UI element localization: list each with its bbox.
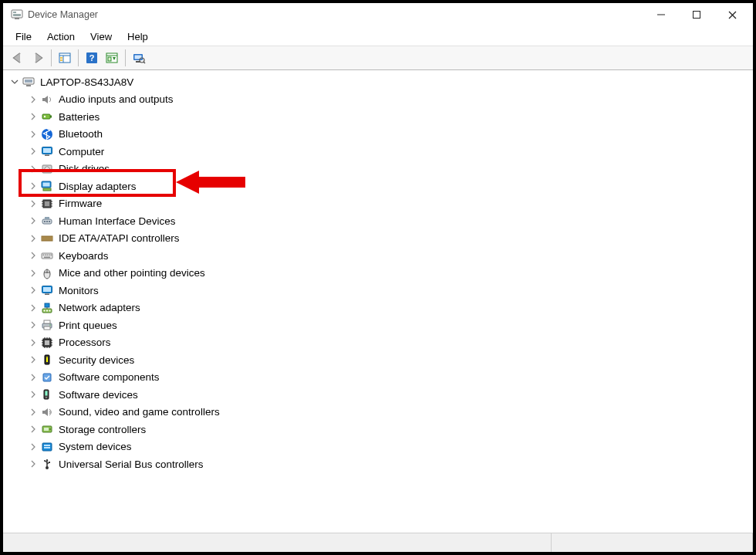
chevron-right-icon[interactable] — [28, 146, 39, 157]
chevron-right-icon[interactable] — [28, 354, 39, 365]
menu-view[interactable]: View — [83, 27, 120, 46]
hid-icon — [40, 214, 54, 228]
chevron-right-icon[interactable] — [28, 285, 39, 296]
chevron-right-icon[interactable] — [28, 181, 39, 191]
close-button[interactable] — [714, 3, 750, 26]
menu-file[interactable]: File — [8, 27, 39, 46]
chevron-right-icon[interactable] — [28, 215, 39, 226]
svg-rect-76 — [46, 310, 48, 311]
menubar: File Action View Help — [3, 27, 753, 46]
tree-item-software-component[interactable]: Software components — [9, 369, 753, 387]
chevron-down-icon[interactable] — [9, 76, 20, 87]
chevron-right-icon[interactable] — [28, 164, 39, 174]
keyboard-icon — [40, 249, 54, 262]
software-device-icon — [40, 387, 54, 401]
help-button[interactable]: ? — [82, 48, 102, 68]
tree-item-monitor[interactable]: Computer — [9, 143, 753, 161]
tree-item-display-adapter[interactable]: Display adapters — [9, 178, 753, 195]
tree-item-label: Sound, video and game controllers — [59, 406, 220, 418]
scan-hardware-button[interactable] — [129, 48, 149, 68]
tree-item-battery[interactable]: Batteries — [9, 108, 753, 126]
tree-item-label: Disk drives — [59, 163, 110, 174]
chevron-right-icon[interactable] — [28, 407, 39, 418]
chevron-right-icon[interactable] — [28, 459, 39, 469]
tree-item-system[interactable]: System devices — [9, 438, 753, 456]
tree-item-hid[interactable]: Human Interface Devices — [9, 212, 753, 230]
update-driver-button[interactable] — [102, 48, 122, 68]
software-component-icon — [40, 371, 54, 384]
tree-item-label: LAPTOP-8S43JA8V — [40, 76, 133, 88]
maximize-button[interactable] — [679, 3, 714, 26]
tree-item-label: Keyboards — [59, 250, 109, 262]
svg-rect-50 — [49, 221, 50, 222]
tree-item-label: Processors — [59, 337, 111, 348]
tree-root-node[interactable]: LAPTOP-8S43JA8V — [9, 73, 753, 91]
cpu-icon — [40, 336, 54, 350]
chevron-right-icon[interactable] — [28, 233, 39, 244]
chevron-right-icon[interactable] — [28, 250, 39, 261]
svg-point-102 — [46, 397, 47, 398]
tree-item-bluetooth[interactable]: Bluetooth — [9, 126, 753, 144]
chevron-right-icon[interactable] — [28, 337, 39, 348]
tree-item-security[interactable]: Security devices — [9, 351, 753, 369]
svg-rect-104 — [44, 428, 49, 431]
system-icon — [40, 440, 54, 454]
chip-icon — [40, 197, 54, 211]
tree-item-label: Print queues — [59, 320, 117, 331]
tree-item-network[interactable]: Network adapters — [9, 299, 753, 317]
svg-point-35 — [46, 168, 48, 170]
statusbar — [3, 533, 753, 552]
svg-rect-37 — [43, 183, 50, 187]
chevron-right-icon[interactable] — [28, 268, 39, 279]
chevron-right-icon[interactable] — [28, 129, 39, 140]
tree-item-mouse[interactable]: Mice and other pointing devices — [9, 265, 753, 283]
chevron-right-icon[interactable] — [28, 303, 39, 313]
svg-point-111 — [44, 460, 46, 462]
tree-item-keyboard[interactable]: Keyboards — [9, 247, 753, 265]
svg-rect-61 — [45, 255, 46, 256]
tree-item-monitor[interactable]: Monitors — [9, 282, 753, 299]
svg-rect-70 — [43, 287, 51, 292]
mouse-icon — [40, 266, 54, 280]
chevron-right-icon[interactable] — [28, 198, 39, 209]
tree-item-software-device[interactable]: Software devices — [9, 386, 753, 404]
chevron-right-icon[interactable] — [28, 424, 39, 435]
chevron-right-icon[interactable] — [28, 94, 39, 105]
chevron-right-icon[interactable] — [28, 442, 39, 452]
forward-button[interactable] — [28, 48, 48, 68]
svg-point-81 — [49, 324, 51, 326]
titlebar: Device Manager — [3, 3, 753, 27]
svg-line-22 — [143, 62, 145, 63]
tree-item-printer[interactable]: Print queues — [9, 316, 753, 334]
chevron-right-icon[interactable] — [28, 372, 39, 383]
speaker-icon — [40, 93, 54, 107]
tree-item-speaker[interactable]: Audio inputs and outputs — [9, 91, 753, 109]
svg-rect-5 — [694, 12, 700, 19]
back-button[interactable] — [8, 48, 28, 68]
chevron-right-icon[interactable] — [28, 320, 39, 330]
menu-help[interactable]: Help — [120, 27, 156, 46]
minimize-button[interactable] — [643, 3, 679, 26]
monitor-icon — [40, 283, 54, 297]
tree-item-label: Universal Serial Bus controllers — [59, 459, 204, 470]
tree-item-usb[interactable]: Universal Serial Bus controllers — [9, 455, 753, 473]
tree-item-label: Mice and other pointing devices — [59, 267, 205, 279]
svg-rect-112 — [49, 462, 50, 463]
chevron-right-icon[interactable] — [28, 111, 39, 122]
tree-item-label: Audio inputs and outputs — [59, 93, 174, 105]
menu-action[interactable]: Action — [39, 27, 83, 46]
tree-item-sound[interactable]: Sound, video and game controllers — [9, 404, 753, 421]
computer-root-icon — [22, 75, 35, 89]
show-hidden-button[interactable] — [55, 48, 75, 68]
bluetooth-icon — [40, 127, 54, 141]
device-tree-pane[interactable]: LAPTOP-8S43JA8VAudio inputs and outputsB… — [3, 70, 753, 533]
tree-item-disk[interactable]: Disk drives — [9, 161, 753, 178]
tree-item-storage[interactable]: Storage controllers — [9, 421, 753, 438]
tree-item-label: Security devices — [59, 354, 134, 366]
chevron-right-icon[interactable] — [28, 389, 39, 400]
tree-item-cpu[interactable]: Processors — [9, 334, 753, 352]
tree-item-chip[interactable]: Firmware — [9, 195, 753, 213]
tree-item-ide[interactable]: IDE ATA/ATAPI controllers — [9, 230, 753, 248]
svg-rect-62 — [47, 255, 49, 256]
tree-item-label: Storage controllers — [59, 424, 146, 435]
